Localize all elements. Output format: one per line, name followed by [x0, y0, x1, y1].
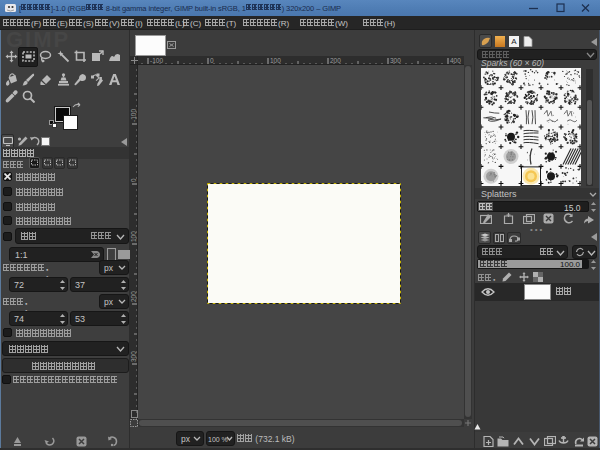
svg-text:400: 400 [450, 57, 461, 64]
svg-text:100: 100 [270, 57, 281, 64]
svg-text:200: 200 [130, 291, 137, 302]
svg-text:-100: -100 [150, 57, 163, 64]
svg-text:300: 300 [130, 351, 137, 362]
svg-text:0: 0 [130, 178, 137, 182]
svg-text:0: 0 [210, 57, 214, 64]
svg-text:200: 200 [330, 57, 341, 64]
svg-text:100: 100 [130, 231, 137, 242]
svg-text:300: 300 [390, 57, 401, 64]
svg-text:-100: -100 [130, 109, 137, 122]
